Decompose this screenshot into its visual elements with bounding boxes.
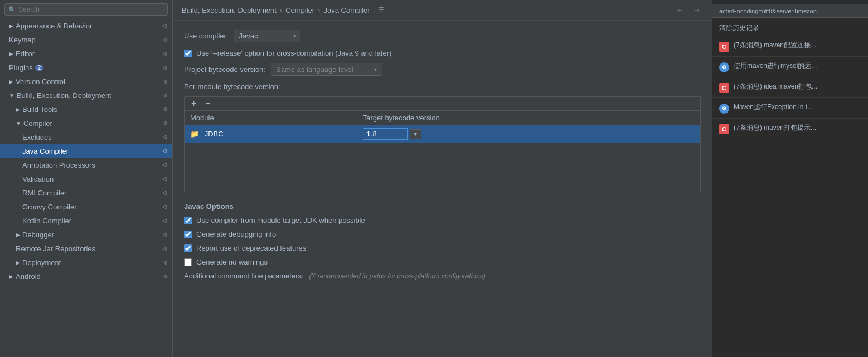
sidebar-item-editor[interactable]: ▶ Editor ⚙ <box>0 47 172 61</box>
table-empty-row-2 <box>185 159 700 176</box>
opt-no-warnings-checkbox[interactable] <box>184 258 192 266</box>
sidebar-item-excludes[interactable]: Excludes ⚙ <box>0 130 172 144</box>
use-compiler-label: Use compiler: <box>184 32 228 40</box>
per-module-label: Per-module bytecode version: <box>184 82 701 91</box>
breadcrumb: Build, Execution, Deployment › Compiler … <box>173 0 712 21</box>
sidebar-item-rmi-compiler[interactable]: RMI Compiler ⚙ <box>0 186 172 200</box>
sidebar-item-debugger[interactable]: ▶ Debugger ⚙ <box>0 228 172 242</box>
remove-module-button[interactable]: − <box>203 99 212 108</box>
right-panel-item-text-0: (7条消息) maven配置连接... <box>734 41 816 50</box>
sidebar-item-plugins[interactable]: Plugins 2 ⚙ <box>0 61 172 75</box>
sidebar-item-version-control[interactable]: ▶ Version Control ⚙ <box>0 75 172 89</box>
settings-icon: ⚙ <box>163 260 168 266</box>
settings-icon: ⚙ <box>163 106 168 113</box>
right-panel-item-2[interactable]: C (7条消息) idea maven打包... <box>712 77 868 98</box>
bytecode-select[interactable]: Same as language level <box>271 63 382 76</box>
sidebar-item-groovy-compiler[interactable]: Groovy Compiler ⚙ <box>0 200 172 214</box>
opt-gen-debug-label[interactable]: Generate debugging info <box>196 230 276 238</box>
sidebar-item-appearance[interactable]: ▶ Appearance & Behavior ⚙ <box>0 19 172 33</box>
search-box[interactable]: 🔍 <box>4 3 168 16</box>
settings-icon: ⚙ <box>163 65 168 71</box>
table-row[interactable]: 📁 JDBC ▼ <box>185 125 700 143</box>
table-empty-row-1 <box>185 143 700 159</box>
sidebar-item-validation[interactable]: Validation ⚙ <box>0 172 172 186</box>
module-table: Module Target bytecode version 📁 JDBC <box>185 111 700 193</box>
expand-icon: ▼ <box>16 120 21 126</box>
settings-icon: ⚙ <box>163 120 168 126</box>
breadcrumb-path: Build, Execution, Deployment › Compiler … <box>182 6 384 14</box>
search-input[interactable] <box>18 6 164 13</box>
opt-deprecated-label[interactable]: Report use of deprecated features <box>196 244 306 252</box>
right-panel-item-0[interactable]: C (7条消息) maven配置连接... <box>712 36 868 57</box>
nav-forward-button[interactable]: → <box>691 4 703 16</box>
expand-icon: ▶ <box>9 23 13 29</box>
settings-icon: ⚙ <box>163 23 168 29</box>
cmd-params-hint: ('/' recommended in paths for cross-plat… <box>309 272 486 280</box>
right-panel: acterEncoding=utf8&serverTimezon... 清除历史… <box>712 0 868 357</box>
opt-gen-debug-checkbox[interactable] <box>184 231 192 238</box>
cross-compile-checkbox[interactable] <box>184 50 192 57</box>
cross-compile-label[interactable]: Use '--release' option for cross-compila… <box>196 49 391 57</box>
sidebar-item-java-compiler[interactable]: Java Compiler ⚙ <box>0 144 172 158</box>
option-gen-debug: Generate debugging info <box>184 230 701 238</box>
table-empty-row-3 <box>185 176 700 193</box>
expand-icon: ▶ <box>16 232 20 238</box>
add-module-button[interactable]: + <box>189 99 198 108</box>
settings-icon: ⚙ <box>163 190 168 196</box>
right-panel-item-text-1: 使用maven进行mysql的远... <box>734 61 817 71</box>
settings-icon: ⚙ <box>163 232 168 238</box>
sidebar-item-build-exec[interactable]: ▼ Build, Execution, Deployment ⚙ <box>0 89 172 102</box>
sidebar-item-keymap[interactable]: Keymap ⚙ <box>0 33 172 47</box>
csdn-c-icon-0: C <box>719 42 729 52</box>
sidebar-item-android[interactable]: ▶ Android ⚙ <box>0 270 172 283</box>
option-deprecated: Report use of deprecated features <box>184 244 701 252</box>
code-hint: acterEncoding=utf8&serverTimezon... <box>719 8 822 14</box>
javac-section-title: Javac Options <box>184 202 701 211</box>
search-icon: 🔍 <box>8 6 16 13</box>
version-dropdown-button[interactable]: ▼ <box>410 129 421 139</box>
main-content: Build, Execution, Deployment › Compiler … <box>173 0 712 357</box>
table-toolbar: + − <box>185 97 700 111</box>
right-panel-item-1[interactable]: ⚙ 使用maven进行mysql的远... <box>712 57 868 77</box>
sidebar-item-annotation-processors[interactable]: Annotation Processors ⚙ <box>0 158 172 172</box>
sidebar-item-remote-jar[interactable]: Remote Jar Repositories ⚙ <box>0 242 172 256</box>
sidebar-item-compiler[interactable]: ▼ Compiler ⚙ <box>0 116 172 130</box>
version-input[interactable] <box>363 128 408 140</box>
settings-icon: ⚙ <box>163 134 168 140</box>
javac-options-section: Javac Options Use compiler from module t… <box>184 202 701 280</box>
settings-icon: ⚙ <box>163 79 168 85</box>
col-target: Target bytecode version <box>357 111 700 125</box>
col-module: Module <box>185 111 357 125</box>
opt-no-warnings-label[interactable]: Generate no warnings <box>196 258 268 266</box>
settings-icon: ⚙ <box>163 246 168 252</box>
module-icon: 📁 <box>190 130 199 138</box>
module-table-container: + − Module Target bytecode version 📁 JDB… <box>184 96 701 193</box>
settings-icon: ⚙ <box>163 162 168 168</box>
content-area: Use compiler: Javac Eclipse Ajc Use '--r… <box>173 21 712 357</box>
right-panel-item-4[interactable]: C (7条消息) maven打包提示... <box>712 119 868 139</box>
option-use-compiler-module: Use compiler from module target JDK when… <box>184 216 701 224</box>
sidebar-item-deployment[interactable]: ▶ Deployment ⚙ <box>0 256 172 270</box>
bytecode-version-row: Project bytecode version: Same as langua… <box>184 63 701 76</box>
breadcrumb-sep-2: › <box>318 6 320 14</box>
version-cell[interactable]: ▼ <box>357 125 700 143</box>
settings-icon: ⚙ <box>163 176 168 182</box>
csdn-c-icon-2: C <box>719 83 729 93</box>
settings-icon: ⚙ <box>163 148 168 154</box>
clear-history-button[interactable]: 清除历史记录 <box>712 20 868 36</box>
compiler-select-wrapper[interactable]: Javac Eclipse Ajc <box>234 30 300 42</box>
bytecode-dropdown[interactable]: Same as language level <box>271 63 382 76</box>
cmd-params-row: Additional command line parameters: ('/'… <box>184 272 701 280</box>
opt-deprecated-checkbox[interactable] <box>184 244 192 252</box>
sidebar-item-build-tools[interactable]: ▶ Build Tools ⚙ <box>0 102 172 116</box>
sidebar-item-kotlin-compiler[interactable]: Kotlin Compiler ⚙ <box>0 214 172 228</box>
right-panel-item-3[interactable]: ⚙ Maven运行Exception in t... <box>712 98 868 119</box>
expand-icon: ▶ <box>16 260 20 266</box>
opt-use-compiler-checkbox[interactable] <box>184 217 192 224</box>
compiler-select[interactable]: Javac Eclipse Ajc <box>234 30 300 42</box>
pin-icon[interactable]: ☰ <box>378 6 384 14</box>
nav-back-button[interactable]: ← <box>674 4 686 16</box>
bytecode-version-label: Project bytecode version: <box>184 65 265 74</box>
expand-icon: ▶ <box>9 79 13 85</box>
opt-use-compiler-label[interactable]: Use compiler from module target JDK when… <box>196 216 365 224</box>
